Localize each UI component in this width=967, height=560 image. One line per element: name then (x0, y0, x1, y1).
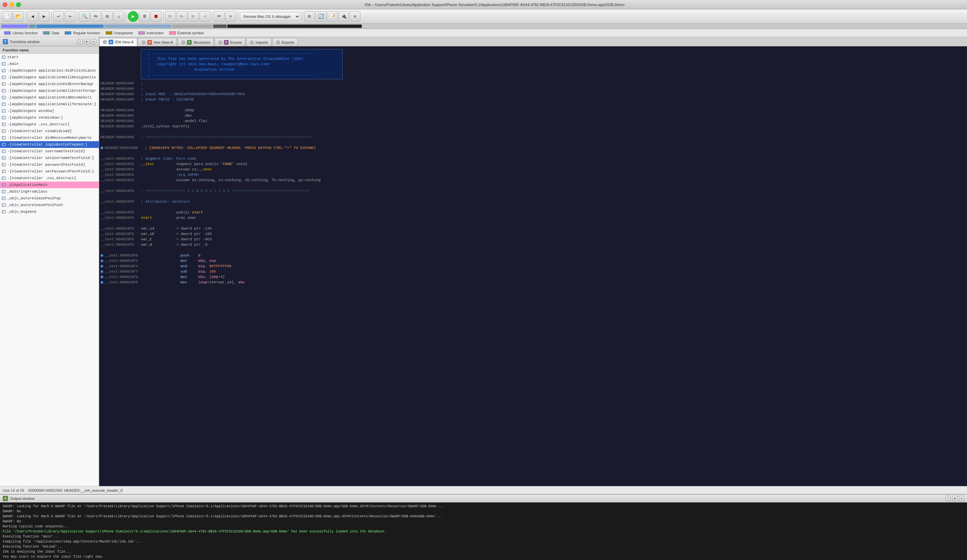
tab-close-imports[interactable]: ✕ (250, 40, 254, 44)
func-item-label: -[AppDelegate application:didFinishLaunc (7, 69, 96, 72)
tab-close-exports[interactable]: ✕ (276, 40, 280, 44)
func-list-item[interactable]: f -[ViewController setUsernameTextField:… (0, 155, 99, 161)
tab-exports[interactable]: ✕ Exports (272, 38, 298, 46)
back-button[interactable]: ◀ (27, 11, 38, 22)
traffic-lights (3, 2, 21, 7)
panel-expand-button[interactable]: □ (78, 39, 83, 44)
script-button[interactable]: 📝 (327, 11, 338, 22)
func-list-item[interactable]: f -[AppDelegate applicationDidEnterBackg… (0, 81, 99, 87)
func-list-item[interactable]: f -[ViewController loginButtonTapped:] (0, 141, 99, 148)
func-list-item[interactable]: f -[ViewController usernameTextField] (0, 148, 99, 155)
function-list[interactable]: f start f _main f -[AppDelegate applicat… (0, 54, 99, 486)
func-item-label: -[AppDelegate .cxx_destruct] (7, 122, 69, 127)
output-content[interactable]: DWARF: Looking for Mach-O DWARF file at … (0, 502, 967, 560)
close-button[interactable] (3, 2, 7, 7)
tab-enums[interactable]: ✕ E Enums (215, 38, 246, 46)
legend-library-label: Library function (12, 31, 38, 35)
legend-external-label: External symbol (178, 31, 204, 35)
func-list-item[interactable]: f -[AppDelegate .cxx_destruct] (0, 121, 99, 128)
new-button[interactable]: 📄 (2, 11, 12, 22)
panel-close-button[interactable]: ✕ (91, 39, 96, 44)
open-button[interactable]: 📂 (13, 11, 23, 22)
redo-button[interactable]: ↪ (64, 11, 75, 22)
func-list-item[interactable]: f -[ViewController setPasswordTextField:… (0, 168, 99, 175)
watch-button[interactable]: W (225, 11, 236, 22)
func-list-item[interactable]: f start (0, 54, 99, 61)
warning-button[interactable]: ⚠ (113, 11, 124, 22)
func-list-item[interactable]: f -[AppDelegate applicationDidBecomeActi (0, 94, 99, 101)
step-out-button[interactable]: S↑ (188, 11, 199, 22)
func-list-item[interactable]: f -[ViewController didReceiveMemoryWarni (0, 135, 99, 141)
output-close-button[interactable]: ✕ (959, 496, 964, 501)
legend-regular-label: Regular function (73, 31, 100, 35)
tab-close-hex[interactable]: ✕ (142, 40, 145, 44)
functions-header: f Functions window □ ⚙ ✕ (0, 37, 99, 46)
asm-line: __text:000026F2 mov ebp, esp (101, 258, 965, 264)
func-list-item[interactable]: f _main (0, 61, 99, 67)
tab-close-structures[interactable]: ✕ (181, 40, 185, 44)
legend-unexplored-label: Unexplored (114, 31, 133, 35)
find-button[interactable]: 🔍 (79, 11, 90, 22)
hex-button[interactable]: 0x (91, 11, 101, 22)
step-over-button[interactable]: S↓ (165, 11, 176, 22)
plugin-button[interactable]: 🔌 (338, 11, 349, 22)
func-list-item[interactable]: f -[ViewController .cxx_destruct] (0, 175, 99, 181)
func-item-icon: f (2, 68, 6, 73)
func-list-item[interactable]: f -[AppDelegate window] (0, 107, 99, 114)
asm-line: ; --------------------------------------… (148, 51, 335, 56)
func-list-item[interactable]: f -[ViewController passwordTextField] (0, 161, 99, 168)
asm-line (101, 183, 965, 188)
func-item-icon: f (2, 88, 6, 93)
asm-line: HEADER:00001000 ; Input MD5 : DE821AF505… (101, 91, 965, 97)
debugger-select[interactable]: Remote Mac OS X debugger (240, 12, 300, 21)
func-list-item[interactable]: f -[AppDelegate applicationWillEnterFore… (0, 87, 99, 94)
output-expand-button[interactable]: □ (946, 496, 951, 501)
func-list-item[interactable]: f -[ViewController viewDidLoad] (0, 128, 99, 135)
func-item-label: _NSStringFromClass (7, 189, 48, 194)
address-info: 00000000 00001000: HEADER:__mh_execute_h… (28, 488, 123, 492)
tab-close-ida[interactable]: ✕ (103, 40, 107, 44)
tab-hex-view-a[interactable]: ✕ H Hex View-A (138, 38, 177, 46)
tab-structures[interactable]: ✕ S Structures (178, 38, 214, 46)
func-list-item[interactable]: f _NSStringFromClass (0, 188, 99, 195)
asm-line: HEADER:00001000 .mmx (101, 113, 965, 118)
func-list-item[interactable]: f _objc_msgSend (0, 208, 99, 215)
undo-button[interactable]: ↩ (53, 11, 64, 22)
tab-icon-ida: A (109, 40, 113, 44)
output-settings-button[interactable]: ⚙ (952, 496, 957, 501)
forward-button[interactable]: ▶ (39, 11, 50, 22)
tab-label-exports: Exports (282, 40, 294, 44)
ida-view[interactable]: ; --------------------------------------… (99, 46, 967, 486)
func-list-item[interactable]: f _objc_autoreleasePoolPop (0, 195, 99, 202)
maximize-button[interactable] (16, 2, 21, 7)
func-list-item[interactable]: f -[AppDelegate application:didFinishLau… (0, 67, 99, 74)
panel-settings-button[interactable]: ⚙ (84, 39, 89, 44)
svg-text:f: f (2, 90, 4, 92)
refresh-button[interactable]: 🔄 (315, 11, 326, 22)
tab-imports[interactable]: ✕ Imports (246, 38, 272, 46)
tab-close-enums[interactable]: ✕ (218, 40, 222, 44)
func-list-item[interactable]: f -[AppDelegate applicationWillTerminate… (0, 101, 99, 107)
svg-text:f: f (2, 110, 4, 113)
run-button[interactable]: ▶ (128, 11, 139, 22)
function-name-header: Function name (0, 46, 99, 54)
func-item-icon: f (2, 203, 6, 208)
pause-button[interactable]: ⏸ (139, 11, 150, 22)
func-item-icon: f (2, 162, 6, 167)
output-controls: □ ⚙ ✕ (946, 496, 964, 501)
options-button[interactable]: ⚙ (102, 11, 113, 22)
tab-ida-view-a[interactable]: ✕ A IDA View-A (99, 38, 137, 46)
bp-button[interactable]: BP (214, 11, 224, 22)
settings-button[interactable]: ⚙ (304, 11, 315, 22)
close-icon-btn[interactable]: ✕ (350, 11, 360, 22)
func-list-item[interactable]: f -[AppDelegate applicationWillResignAct… (0, 74, 99, 81)
legend-regular-color (64, 31, 71, 35)
stop-button[interactable]: ■ (151, 11, 162, 22)
func-list-item[interactable]: f _UIApplicationMain (0, 181, 99, 188)
run-to-button[interactable]: →| (200, 11, 210, 22)
func-list-item[interactable]: f -[AppDelegate setWindow:] (0, 114, 99, 121)
minimize-button[interactable] (10, 2, 14, 7)
func-list-item[interactable]: f _objc_autoreleasePoolPush (0, 202, 99, 208)
step-into-button[interactable]: S→ (177, 11, 187, 22)
func-item-label: -[AppDelegate setWindow:] (7, 115, 63, 120)
